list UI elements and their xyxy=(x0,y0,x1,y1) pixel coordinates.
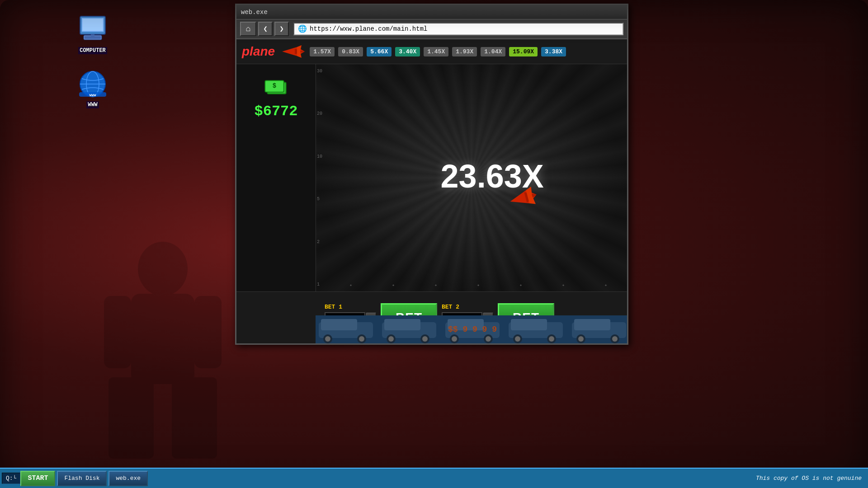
svg-point-49 xyxy=(578,336,584,342)
svg-text:$$ 9 9 9 9: $$ 9 9 9 9 xyxy=(448,325,497,334)
bet2-label: BET 2 xyxy=(442,304,493,310)
svg-rect-3 xyxy=(172,377,217,459)
x-dot-3: ✦ xyxy=(434,282,437,288)
x-dot-6: ✦ xyxy=(562,282,565,288)
y-label-5: 5 xyxy=(317,197,329,202)
svg-rect-8 xyxy=(83,19,103,31)
svg-rect-41 xyxy=(511,319,547,330)
svg-point-37 xyxy=(452,336,457,342)
multiplier-badge-3[interactable]: 3.40X xyxy=(395,47,420,56)
game-header: plane 1.57X 0.83X 5.66X 3.40X 1.45X 1.93… xyxy=(236,39,627,64)
x-dot-7: ✦ xyxy=(604,282,607,288)
y-label-1: 1 xyxy=(317,282,329,287)
x-dot-4: ✦ xyxy=(477,282,480,288)
taskbar-clock: Q:└ xyxy=(2,473,20,484)
car-banner: $$ 9 9 9 9 xyxy=(316,315,627,343)
multiplier-badge-1[interactable]: 0.83X xyxy=(338,47,363,56)
x-dot-2: ✦ xyxy=(392,282,395,288)
computer-label: COMPUTER xyxy=(78,47,107,54)
forward-button[interactable]: ❯ xyxy=(274,22,289,36)
bet1-label: BET 1 xyxy=(325,304,376,310)
taskbar-webexe-label: web.exe xyxy=(116,475,141,482)
svg-text:$: $ xyxy=(273,82,276,89)
x-dot-1: ✦ xyxy=(349,282,352,288)
svg-rect-23 xyxy=(321,319,357,330)
home-button[interactable]: ⌂ xyxy=(240,22,256,36)
svg-rect-47 xyxy=(574,319,610,330)
svg-rect-4 xyxy=(104,296,131,368)
y-label-2: 2 xyxy=(317,239,329,244)
browser-window: web.exe ⌂ ❮ ❯ 🌐 https://wxw.plane.com/ma… xyxy=(235,4,628,345)
game-area: plane 1.57X 0.83X 5.66X 3.40X 1.45X 1.93… xyxy=(236,39,627,343)
multiplier-badge-2[interactable]: 5.66X xyxy=(367,47,392,56)
www-icon-img: WWW xyxy=(76,68,109,100)
balance-amount: $6772 xyxy=(254,103,297,120)
balance-panel: $ $6772 xyxy=(236,64,316,291)
www-icon[interactable]: WWW WWW xyxy=(72,68,113,108)
y-label-30: 30 xyxy=(317,69,329,74)
taskbar-flashdisk-label: Flash Disk xyxy=(64,475,99,482)
svg-text:WWW: WWW xyxy=(90,93,96,97)
svg-point-0 xyxy=(138,242,188,296)
address-bar[interactable]: 🌐 https://wxw.plane.com/main.html xyxy=(293,23,623,35)
multiplier-badge-5[interactable]: 1.93X xyxy=(452,47,477,56)
taskbar-item-webexe[interactable]: web.exe xyxy=(108,471,148,486)
multiplier-badge-7[interactable]: 15.09X xyxy=(509,47,538,56)
svg-rect-5 xyxy=(194,296,222,368)
browser-titlebar: web.exe xyxy=(236,5,627,19)
silhouette-figure xyxy=(90,242,235,468)
x-axis: ✦ ✦ ✦ ✦ ✦ ✦ ✦ xyxy=(330,282,627,288)
svg-point-27 xyxy=(359,336,364,342)
game-canvas: $ $6772 30 20 10 5 2 1 xyxy=(236,64,627,291)
car-banner-svg: $$ 9 9 9 9 xyxy=(316,315,627,343)
computer-icon[interactable]: COMPUTER xyxy=(72,14,113,54)
svg-point-31 xyxy=(388,336,394,342)
computer-icon-img xyxy=(76,14,109,46)
svg-point-33 xyxy=(422,336,428,342)
svg-point-39 xyxy=(486,336,491,342)
back-button[interactable]: ❮ xyxy=(258,22,273,36)
logo-plane-icon xyxy=(281,45,306,58)
url-display: https://wxw.plane.com/main.html xyxy=(310,25,427,33)
multiplier-badge-8[interactable]: 3.38X xyxy=(541,47,566,56)
taskbar-status-text: This copy of OS is not genuine xyxy=(756,475,866,482)
clock-display: Q:└ xyxy=(6,475,16,482)
start-button[interactable]: START xyxy=(20,471,55,486)
browser-title: web.exe xyxy=(241,9,268,16)
svg-rect-10 xyxy=(85,36,101,39)
y-axis: 30 20 10 5 2 1 xyxy=(316,64,330,291)
svg-rect-2 xyxy=(108,377,154,459)
desktop: COMPUTER WWW WWW web.exe ⌂ ❮ ❯ xyxy=(0,0,868,488)
money-icon: $ xyxy=(264,78,288,101)
multiplier-badge-6[interactable]: 1.04X xyxy=(481,47,505,56)
browser-toolbar: ⌂ ❮ ❯ 🌐 https://wxw.plane.com/main.html xyxy=(236,19,627,39)
multiplier-badge-0[interactable]: 1.57X xyxy=(310,47,335,56)
svg-rect-1 xyxy=(131,294,194,384)
svg-rect-29 xyxy=(384,319,420,330)
svg-point-43 xyxy=(515,336,520,342)
svg-rect-11 xyxy=(91,34,94,36)
game-logo: plane xyxy=(242,44,275,59)
x-dot-5: ✦ xyxy=(519,282,522,288)
y-label-20: 20 xyxy=(317,111,329,116)
svg-point-51 xyxy=(612,336,618,342)
taskbar-item-flashdisk[interactable]: Flash Disk xyxy=(57,471,107,486)
y-label-10: 10 xyxy=(317,154,329,159)
game-view: 30 20 10 5 2 1 23.63X xyxy=(316,64,627,291)
taskbar: Q:└ START Flash Disk web.exe This copy o… xyxy=(0,468,868,488)
multiplier-badge-4[interactable]: 1.45X xyxy=(424,47,448,56)
svg-point-45 xyxy=(549,336,554,342)
www-label: WWW xyxy=(86,101,99,108)
globe-icon: 🌐 xyxy=(298,24,307,33)
svg-point-25 xyxy=(325,336,330,342)
